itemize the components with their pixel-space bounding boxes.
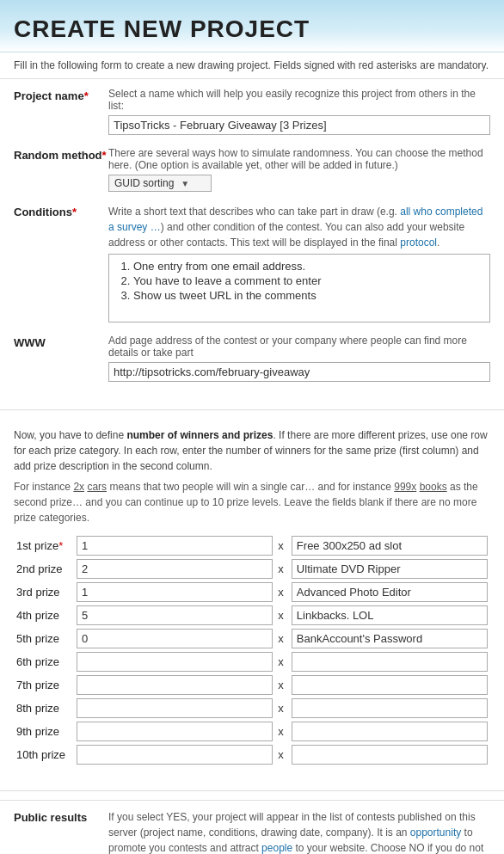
prizes-intro: Now, you have to define number of winner…: [14, 427, 490, 479]
random-method-input-col: There are several ways how to simulate r…: [108, 147, 490, 192]
prize-count-input-2[interactable]: [77, 559, 273, 579]
prize-label-7: 7th prize: [14, 673, 74, 697]
prize-label-10: 10th prize: [14, 743, 74, 766]
public-results-content: If you select YES, your project will app…: [108, 809, 490, 854]
prize-count-cell-10: [74, 743, 275, 766]
conditions-list: One entry from one email address. You ha…: [133, 260, 481, 302]
prize-desc-cell-10: [289, 743, 490, 766]
prize-x-7: x: [275, 673, 289, 697]
table-row: 4th prize x: [14, 604, 490, 627]
prizes-table: 1st prize* x 2nd prize x 3rd prize x: [14, 534, 490, 766]
prize-label-1: 1st prize*: [14, 534, 74, 557]
random-method-select[interactable]: GUID sorting ▼: [108, 175, 212, 192]
prize-desc-cell-7: [289, 673, 490, 697]
prize-label-3: 3rd prize: [14, 581, 74, 604]
prize-count-input-8[interactable]: [77, 698, 273, 718]
prize-desc-cell-2: [289, 557, 490, 581]
table-row: 9th prize x: [14, 720, 490, 743]
prize-desc-cell-6: [289, 650, 490, 673]
www-row: WWW Add page address of the contest or y…: [14, 335, 490, 382]
page-header: CREATE NEW PROJECT: [0, 0, 504, 52]
prize-desc-cell-1: [289, 534, 490, 557]
project-name-label: Project name*: [14, 88, 108, 102]
prize-count-input-10[interactable]: [77, 745, 273, 765]
prize-desc-cell-3: [289, 581, 490, 604]
prize-desc-input-3[interactable]: [292, 582, 488, 602]
prize-count-input-4[interactable]: [77, 605, 273, 625]
prize-count-cell-8: [74, 697, 275, 720]
table-row: 7th prize x: [14, 673, 490, 697]
prize-count-cell-9: [74, 720, 275, 743]
chevron-down-icon: ▼: [181, 179, 189, 188]
prize-count-input-1[interactable]: [77, 536, 273, 556]
prize-desc-cell-4: [289, 604, 490, 627]
project-name-hint: Select a name which will help you easily…: [108, 88, 490, 112]
project-name-input[interactable]: [108, 115, 490, 135]
prizes-hint: For instance 2x cars means that two peop…: [14, 479, 490, 525]
table-row: 8th prize x: [14, 697, 490, 720]
table-row: 1st prize* x: [14, 534, 490, 557]
prize-count-input-3[interactable]: [77, 582, 273, 602]
prize-label-8: 8th prize: [14, 697, 74, 720]
prize-desc-input-4[interactable]: [292, 605, 488, 625]
prize-desc-input-2[interactable]: [292, 559, 488, 579]
prize-desc-input-8[interactable]: [292, 698, 488, 718]
page-title: CREATE NEW PROJECT: [14, 15, 490, 43]
prize-desc-cell-9: [289, 720, 490, 743]
prize-desc-input-7[interactable]: [292, 675, 488, 695]
table-row: 2nd prize x: [14, 557, 490, 581]
divider-1: [0, 409, 504, 410]
prize-count-cell-7: [74, 673, 275, 697]
public-results-section: Public results If you select YES, your p…: [0, 800, 504, 854]
prize-count-cell-3: [74, 581, 275, 604]
table-row: 3rd prize x: [14, 581, 490, 604]
public-results-row: Public results If you select YES, your p…: [14, 809, 490, 854]
prize-x-4: x: [275, 604, 289, 627]
prize-desc-input-9[interactable]: [292, 722, 488, 741]
public-results-hint: If you select YES, your project will app…: [108, 811, 483, 854]
prize-count-cell-1: [74, 534, 275, 557]
list-item: You have to leave a comment to enter: [133, 274, 481, 287]
divider-2: [0, 790, 504, 791]
prize-desc-input-6[interactable]: [292, 652, 488, 672]
prize-label-9: 9th prize: [14, 720, 74, 743]
prize-label-6: 6th prize: [14, 650, 74, 673]
prize-count-cell-5: [74, 627, 275, 650]
prize-count-cell-2: [74, 557, 275, 581]
conditions-row: Conditions* Write a short text that desc…: [14, 204, 490, 323]
list-item: One entry from one email address.: [133, 260, 481, 273]
conditions-label: Conditions*: [14, 204, 108, 218]
www-label: WWW: [14, 335, 108, 349]
subheader: Fill in the following form to create a n…: [0, 52, 504, 79]
prize-count-cell-4: [74, 604, 275, 627]
random-method-hint: There are several ways how to simulate r…: [108, 147, 490, 171]
table-row: 10th prize x: [14, 743, 490, 766]
random-method-row: Random method* There are several ways ho…: [14, 147, 490, 192]
prize-x-3: x: [275, 581, 289, 604]
prize-desc-cell-5: [289, 627, 490, 650]
conditions-input-col: Write a short text that describes who ca…: [108, 204, 490, 323]
table-row: 5th prize x: [14, 627, 490, 650]
prize-count-input-5[interactable]: [77, 629, 273, 648]
public-results-label: Public results: [14, 809, 108, 824]
prize-x-5: x: [275, 627, 289, 650]
prize-desc-input-10[interactable]: [292, 745, 488, 765]
form-area: Project name* Select a name which will h…: [0, 79, 504, 402]
www-input[interactable]: [108, 362, 490, 382]
project-name-input-col: Select a name which will help you easily…: [108, 88, 490, 135]
prize-count-input-6[interactable]: [77, 652, 273, 672]
prize-x-1: x: [275, 534, 289, 557]
prize-count-cell-6: [74, 650, 275, 673]
prize-desc-input-5[interactable]: [292, 629, 488, 648]
www-hint: Add page address of the contest or your …: [108, 335, 490, 359]
conditions-hint: Write a short text that describes who ca…: [108, 204, 490, 250]
prize-desc-input-1[interactable]: [292, 536, 488, 556]
prize-label-4: 4th prize: [14, 604, 74, 627]
prize-count-input-7[interactable]: [77, 675, 273, 695]
table-row: 6th prize x: [14, 650, 490, 673]
prize-x-6: x: [275, 650, 289, 673]
prize-label-5: 5th prize: [14, 627, 74, 650]
random-method-label: Random method*: [14, 147, 108, 162]
prize-count-input-9[interactable]: [77, 722, 273, 741]
conditions-box[interactable]: One entry from one email address. You ha…: [108, 254, 490, 323]
